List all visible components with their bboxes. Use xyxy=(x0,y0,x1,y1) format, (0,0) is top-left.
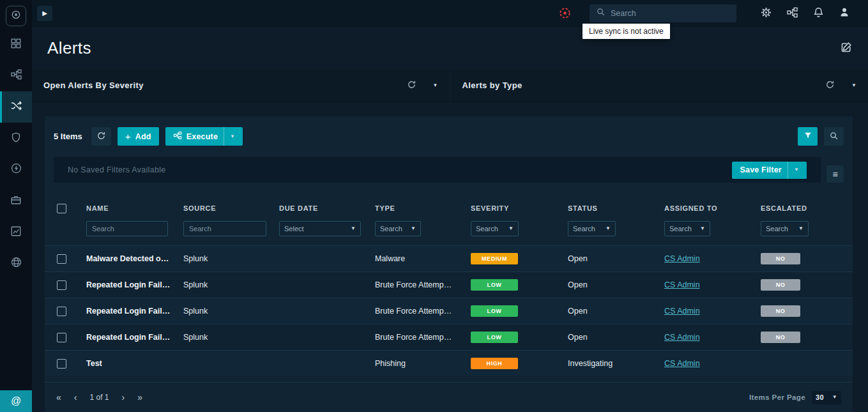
live-sync-tooltip: Live sync is not active xyxy=(582,24,670,39)
select-all-checkbox[interactable] xyxy=(57,204,66,213)
column-header-escalated[interactable]: ESCALATED xyxy=(756,204,853,212)
table-row[interactable]: Repeated Login Fail… Splunk Brute Force … xyxy=(45,324,853,350)
panel-alerts-by-type[interactable]: Alerts by Type ▼ xyxy=(451,69,868,102)
funnel-icon xyxy=(803,131,812,142)
hamburger-icon: ≡ xyxy=(832,169,837,179)
row-checkbox[interactable] xyxy=(57,333,66,342)
topbar-icons xyxy=(750,3,855,24)
column-header-name[interactable]: NAME xyxy=(82,204,179,212)
refresh-button[interactable] xyxy=(825,80,835,91)
main-area: ▶ xyxy=(32,0,868,412)
panel-open-alerts-by-severity[interactable]: Open Alerts By Severity ▼ xyxy=(32,69,450,102)
assigned-to-link[interactable]: CS Admin xyxy=(664,254,700,263)
items-per-page: Items Per Page 30 ▼ xyxy=(749,391,841,404)
cell-name: Malware Detected o… xyxy=(82,254,179,263)
table-row[interactable]: Repeated Login Fail… Splunk Brute Force … xyxy=(45,298,853,324)
edit-layout-button[interactable] xyxy=(840,41,853,56)
cell-status: Open xyxy=(563,333,660,342)
items-per-page-select[interactable]: 30 ▼ xyxy=(812,391,841,404)
refresh-table-button[interactable] xyxy=(91,127,111,146)
column-settings-button[interactable]: ≡ xyxy=(826,165,844,183)
collapse-toggle-button[interactable]: ▼ xyxy=(433,83,438,88)
assigned-to-link[interactable]: CS Admin xyxy=(664,307,700,316)
pagination-next-button[interactable]: › xyxy=(122,393,125,402)
assigned-to-link[interactable]: CS Admin xyxy=(664,333,700,342)
workflow-actions-button[interactable] xyxy=(781,3,803,24)
items-count: 5 Items xyxy=(54,132,82,141)
pagination-label: 1 of 1 xyxy=(89,393,109,402)
add-button[interactable]: + Add xyxy=(118,127,159,146)
expand-sidebar-button[interactable]: ▶ xyxy=(37,6,52,21)
sidebar-item-threat-intel[interactable] xyxy=(0,248,32,279)
filter-assigned-to-select[interactable]: Search▼ xyxy=(664,221,710,236)
filter-name-input[interactable] xyxy=(86,221,168,236)
table-row[interactable]: Test Phishing HIGH Investigating CS Admi… xyxy=(45,350,853,376)
table-body: Malware Detected o… Splunk Malware MEDIU… xyxy=(45,245,853,376)
cell-status: Investigating xyxy=(563,359,660,368)
severity-badge: LOW xyxy=(471,332,518,343)
cell-type: Phishing xyxy=(370,359,466,368)
sidebar-item-dashboard[interactable] xyxy=(0,29,32,60)
table-row[interactable]: Malware Detected o… Splunk Malware MEDIU… xyxy=(45,245,853,271)
notifications-button[interactable] xyxy=(807,3,829,24)
column-header-status[interactable]: STATUS xyxy=(563,204,660,212)
cell-source: Splunk xyxy=(179,280,275,289)
at-sign-icon: @ xyxy=(11,395,21,407)
filter-type-select[interactable]: Search▼ xyxy=(375,221,421,236)
sidebar-item-alerts[interactable] xyxy=(0,91,32,123)
collapse-toggle-button[interactable]: ▼ xyxy=(851,83,857,88)
row-checkbox[interactable] xyxy=(57,359,66,369)
settings-button[interactable] xyxy=(755,3,777,24)
column-header-severity[interactable]: SEVERITY xyxy=(466,204,563,212)
execute-button[interactable]: Execute ▼ xyxy=(165,127,243,146)
items-per-page-label: Items Per Page xyxy=(749,393,805,401)
alerts-table-card: 5 Items + Add Execute xyxy=(45,116,853,412)
sidebar-item-case-management[interactable] xyxy=(0,185,32,217)
filter-severity-select[interactable]: Search▼ xyxy=(471,221,519,236)
refresh-button[interactable] xyxy=(407,80,416,91)
search-table-button[interactable] xyxy=(824,127,844,146)
cell-type: Malware xyxy=(370,254,466,263)
profile-button[interactable] xyxy=(834,3,855,24)
filter-source-input[interactable] xyxy=(183,221,266,236)
column-header-type[interactable]: TYPE xyxy=(370,204,466,212)
workflow-icon xyxy=(173,131,182,142)
cell-type: Brute Force Attemp… xyxy=(370,333,466,342)
app-logo[interactable] xyxy=(6,6,26,26)
filter-status-select[interactable]: Search▼ xyxy=(568,221,616,236)
column-header-due-date[interactable]: DUE DATE xyxy=(275,204,370,212)
filter-severity-label: Search xyxy=(476,225,498,233)
assigned-to-link[interactable]: CS Admin xyxy=(664,280,700,289)
save-filter-button[interactable]: Save Filter ▼ xyxy=(732,162,807,179)
row-checkbox[interactable] xyxy=(57,307,66,316)
pagination-prev-button[interactable]: ‹ xyxy=(74,393,77,402)
sidebar-item-workflows[interactable] xyxy=(0,60,32,91)
global-search[interactable] xyxy=(590,4,736,22)
filter-due-date-select[interactable]: Select▼ xyxy=(279,221,361,236)
column-header-source[interactable]: SOURCE xyxy=(179,204,275,212)
edit-icon xyxy=(840,41,853,56)
refresh-icon xyxy=(407,80,416,91)
gear-icon xyxy=(760,6,772,20)
row-checkbox[interactable] xyxy=(57,280,66,290)
assigned-to-link[interactable]: CS Admin xyxy=(664,359,700,368)
sidebar-item-reports[interactable] xyxy=(0,217,32,248)
cell-name: Test xyxy=(82,359,179,368)
saved-filters-row: No Saved Filters Available Save Filter ▼… xyxy=(45,146,853,183)
global-search-input[interactable] xyxy=(611,9,730,18)
pagination-first-button[interactable]: « xyxy=(56,393,61,402)
mentions-button[interactable]: @ xyxy=(0,390,32,412)
bell-icon xyxy=(812,6,825,20)
sidebar-item-automation[interactable] xyxy=(0,154,32,185)
table-row[interactable]: Repeated Login Fail… Splunk Brute Force … xyxy=(45,271,853,298)
chevron-down-icon: ▼ xyxy=(851,83,857,88)
filter-button[interactable] xyxy=(798,127,818,146)
filter-escalated-select[interactable]: Search▼ xyxy=(761,221,809,236)
column-header-assigned-to[interactable]: ASSIGNED TO xyxy=(660,204,756,212)
row-checkbox[interactable] xyxy=(57,254,66,264)
pagination-last-button[interactable]: » xyxy=(137,393,142,402)
sidebar-item-incidents[interactable] xyxy=(0,123,32,154)
hierarchy-icon xyxy=(10,68,22,83)
live-sync-status-icon[interactable] xyxy=(558,6,572,20)
chevron-down-icon: ▼ xyxy=(411,226,416,231)
